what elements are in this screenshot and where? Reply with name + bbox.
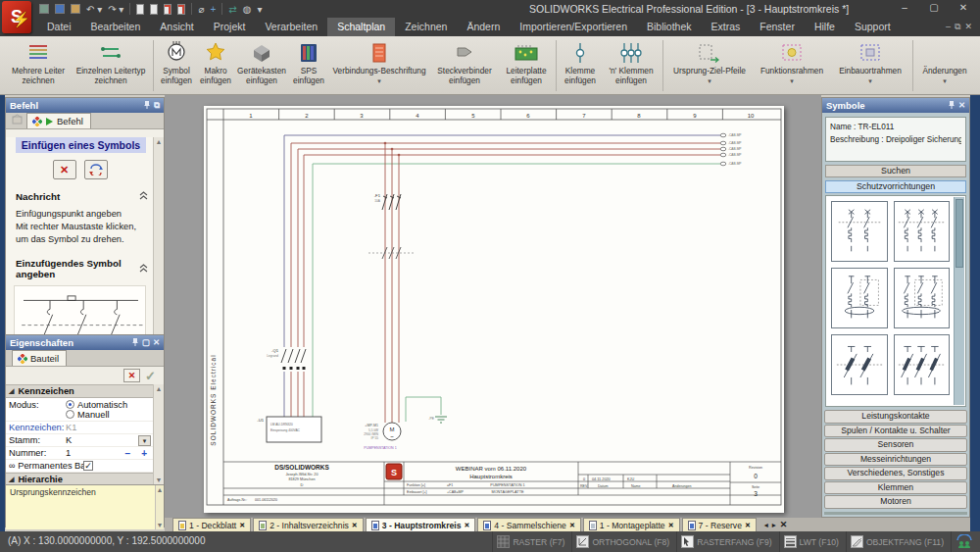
changes-button[interactable]: Änderungen ▾ [915, 38, 974, 84]
tab-deckblatt[interactable]: 1 - Deckblatt ✕ [172, 518, 251, 531]
tab-close-icon[interactable]: ✕ [464, 522, 469, 529]
tab-close-icon[interactable]: ✕ [745, 522, 751, 529]
maximize-button[interactable]: ▢ [919, 0, 949, 17]
category-verschiedenes[interactable]: Verschiedenes, Sonstiges [824, 467, 967, 480]
draw-multiple-wires-button[interactable]: Mehrere Leiter zeichnen [6, 38, 71, 86]
copy-icon[interactable] [136, 4, 144, 15]
function-frame-button[interactable]: Funktionsrahmen ▾ [754, 38, 830, 84]
collapse-chevron-icon[interactable] [139, 264, 148, 275]
menu-schaltplan[interactable]: Schaltplan [327, 18, 395, 36]
tab-reserve[interactable]: 7 - Reserve ✕ [682, 518, 757, 531]
eigenschaften-panel-titlebar[interactable]: Eigenschaften ▢ ✕ [6, 335, 164, 350]
cancel-button[interactable]: ✕ [53, 160, 76, 179]
permanent-checkbox[interactable]: ✓ [83, 461, 93, 471]
symbol-tile[interactable] [831, 334, 888, 395]
menu-hilfe[interactable]: Hilfe [805, 18, 845, 36]
menu-bibliothek[interactable]: Bibliothek [637, 18, 702, 36]
hierarchie-note[interactable]: Ursprungskennzeichen ▲▼ [6, 484, 164, 529]
menu-support[interactable]: Support [845, 18, 901, 36]
insert-terminal-button[interactable]: Klemme einfügen [559, 38, 602, 86]
disconnect-switch-symbol[interactable] [281, 349, 306, 363]
category-leistungskontakte[interactable]: Leistungskontakte [824, 410, 967, 424]
befehl-tab[interactable]: Befehl [26, 113, 91, 128]
tab-inhaltsverzeichnis[interactable]: 2 - Inhaltsverzeichnis ✕ [253, 518, 364, 531]
menu-bearbeiten[interactable]: Bearbeiten [81, 18, 151, 36]
insert-device-box-button[interactable]: Gerätekasten einfügen [234, 38, 289, 86]
tab-hauptstromkreis[interactable]: 3 - Hauptstromkreis ✕ [366, 518, 476, 531]
undo-icon[interactable]: ↶ ▾ [86, 4, 102, 15]
menu-importieren-exportieren[interactable]: Importieren/Exportieren [510, 18, 637, 36]
category-motoren[interactable]: Motoren [824, 495, 967, 509]
message-section-header[interactable]: Nachricht [16, 191, 148, 202]
orthogonal-toggle[interactable]: ORTHOGONAL (F8) [571, 531, 673, 552]
restore-icon[interactable]: ⧉ [154, 101, 160, 110]
propgrid-scrollbar[interactable]: ▲▼ [153, 384, 164, 484]
section-kennzeichen[interactable]: ◢Kennzeichen [6, 384, 154, 398]
lwt-toggle[interactable]: LWT (F10) [779, 531, 843, 552]
insert-pcb-button[interactable]: Leiterplatte einfügen [499, 38, 554, 86]
tab-scroll-right-icon[interactable]: ▸ [772, 521, 776, 529]
symbol-tile[interactable] [894, 334, 951, 395]
swap-arrows-icon[interactable]: ⇄ [228, 4, 236, 15]
menu-ansicht[interactable]: Ansicht [150, 18, 203, 36]
paste-icon[interactable] [150, 4, 158, 15]
category-klemmen[interactable]: Klemmen [824, 481, 967, 495]
suchen-button[interactable]: Suchen [825, 165, 966, 177]
window-icon[interactable] [55, 4, 65, 14]
menu-datei[interactable]: Datei [37, 18, 81, 36]
connection-label-button[interactable]: Verbindungs-Beschriftung ▾ [328, 38, 430, 84]
radio-automatisch[interactable] [66, 400, 74, 409]
note-scrollbar[interactable]: ▲▼ [155, 485, 164, 529]
symbol-list-scrollbar[interactable] [954, 197, 964, 405]
doc-restore-button[interactable]: ⧉ [955, 18, 960, 36]
image-icon[interactable] [39, 4, 49, 14]
symbol-section-header[interactable]: Einzufügendes Symbol angeben [16, 258, 148, 279]
insert-n-terminals-button[interactable]: 'n' Klemmen einfügen [602, 38, 661, 86]
location-frame-button[interactable]: Einbauortrahmen ▾ [830, 38, 910, 84]
symbole-panel-titlebar[interactable]: Symbole ✕ [822, 98, 969, 113]
category-schutzvorrichtungen[interactable]: Schutzvorrichtungen [825, 180, 966, 193]
category-sensoren[interactable]: Sensoren [824, 438, 967, 452]
import-icon[interactable] [177, 4, 185, 15]
menu-verarbeiten[interactable]: Verarbeiten [255, 18, 327, 36]
maximize-icon[interactable]: ▢ [142, 338, 150, 347]
discard-button[interactable]: ✕ [123, 369, 140, 382]
doc-close-button[interactable]: ✕ [964, 18, 972, 36]
collapse-chevron-icon[interactable] [139, 191, 148, 202]
folder-icon[interactable] [71, 4, 80, 14]
drawing-canvas[interactable]: 12345678910 SOLIDWORKS Electrical [165, 95, 821, 518]
tab-sammelschiene[interactable]: 4 - Sammelschiene ✕ [477, 518, 580, 531]
confirm-check-icon[interactable]: ✓ [145, 369, 156, 383]
globe-icon[interactable]: ◍ [243, 4, 252, 15]
menu-projekt[interactable]: Projekt [204, 18, 256, 36]
pin-icon[interactable] [131, 337, 139, 349]
rasterfang-toggle[interactable]: RASTERFANG (F9) [676, 531, 775, 552]
menu-extras[interactable]: Extras [702, 18, 751, 36]
origin-destination-arrows-button[interactable]: Ursprung-Ziel-Pfeile ▾ [665, 38, 754, 84]
menu-aendern[interactable]: Ändern [457, 18, 510, 36]
schematic-sheet[interactable]: 12345678910 SOLIDWORKS Electrical [204, 106, 784, 513]
stamm-dropdown-button[interactable]: ▾ [138, 435, 151, 446]
zoom-icon[interactable]: ⌀ [198, 4, 204, 15]
home-icon[interactable] [12, 111, 23, 128]
raster-toggle[interactable]: RASTER (F7) [492, 531, 568, 552]
nummer-stepper[interactable]: − + [125, 448, 151, 459]
radio-manuell[interactable] [66, 410, 74, 419]
befehl-panel-titlebar[interactable]: Befehl ⧉ [6, 98, 164, 113]
tab-list-close-icon[interactable]: ✕ [780, 520, 788, 529]
dropdown-caret-icon[interactable]: ▾ [257, 4, 262, 15]
close-button[interactable]: ✕ [949, 0, 978, 17]
export-icon[interactable] [164, 4, 172, 15]
tab-close-icon[interactable]: ✕ [352, 522, 358, 529]
insert-macro-button[interactable]: Makro einfügen [197, 38, 234, 86]
pin-icon[interactable] [143, 100, 151, 112]
insert-plc-button[interactable]: SPS einfügen [289, 38, 328, 86]
close-icon[interactable]: ✕ [153, 338, 160, 347]
doc-minimize-button[interactable]: – [946, 18, 951, 36]
tab-close-icon[interactable]: ✕ [668, 522, 674, 529]
symbol-tile[interactable] [894, 201, 951, 262]
pin-icon[interactable] [948, 100, 956, 112]
tab-close-icon[interactable]: ✕ [569, 522, 575, 529]
symbol-tile[interactable] [831, 201, 888, 262]
insert-connector-button[interactable]: Steckverbinder einfügen [430, 38, 499, 86]
